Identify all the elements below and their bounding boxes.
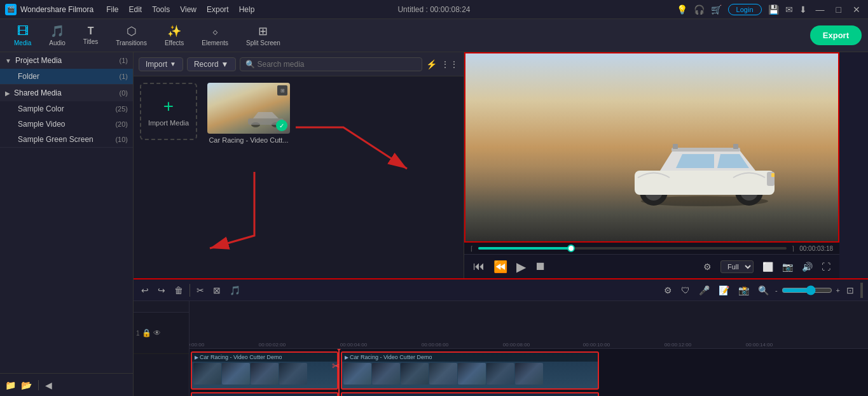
zoom-out-icon[interactable]: 🔍 [755,284,771,297]
bracket-left-icon: ⌈ [471,245,473,252]
snap-icon[interactable]: 📸 [736,284,752,297]
toolbar-elements[interactable]: ⬦ Elements [194,22,236,49]
folder-item[interactable]: Folder (1) [0,69,133,84]
eye-icon[interactable]: 👁 [153,329,161,337]
audio-clip-2[interactable] [341,392,599,396]
app-name: Wondershare Filmora [20,5,93,14]
sample-video-item[interactable]: Sample Video (20) [0,117,133,132]
login-button[interactable]: Login [728,4,762,15]
left-bottom-sep [38,380,39,390]
media-label: Media [14,39,31,46]
menu-view[interactable]: View [180,5,196,14]
ruler-mark-7: 00:00:14:00 [746,342,773,348]
step-back-button[interactable]: ⏪ [493,260,507,274]
search-input[interactable] [258,60,417,69]
shield-icon[interactable]: 🛡 [679,284,692,297]
grid-icon[interactable]: ⋮⋮ [441,59,458,69]
play-button[interactable]: ▶ [516,259,526,274]
media-panel: Import ▼ Record ▼ 🔍 ⚡ ⋮⋮ [134,52,464,278]
toolbar-splitscreen[interactable]: ⊞ Split Screen [238,22,288,49]
clip1-title: Car Racing - Video Cutter Demo [200,354,282,360]
audio1-waveform [192,393,337,396]
mail-icon[interactable]: ✉ [785,4,793,15]
left-bottom-toolbar: 📁 📂 ◀ [0,373,133,396]
effects-label: Effects [165,39,184,46]
project-media-header[interactable]: ▼ Project Media (1) [0,52,133,69]
media-thumb: ⊞ ✓ [207,83,290,134]
clip1-frame-3 [251,363,279,385]
preview-section: ⌈ ⌉ 00:00:03:18 ⏮ ⏪ ▶ ⏹ [464,52,839,278]
project-media-title: Project Media [15,56,120,65]
progress-track[interactable] [478,247,787,250]
collapse-icon[interactable]: ◀ [45,380,52,390]
sample-color-item[interactable]: Sample Color (25) [0,101,133,117]
export-button[interactable]: Export [810,25,862,45]
add-folder-icon[interactable]: 📁 [5,380,16,390]
undo-button[interactable]: ↩ [139,284,151,297]
shared-media-header[interactable]: ▶ Shared Media (0) [0,85,133,101]
stop-button[interactable]: ⏹ [535,260,546,273]
playhead[interactable]: ✂ [338,349,340,396]
media-item-car-racing[interactable]: ⊞ ✓ Car Racing - Video Cutt... [207,83,290,144]
clip2-frame-2 [372,363,400,385]
lock-icon[interactable]: 🔒 [142,329,151,337]
zoom-slider-minus: - [775,286,778,294]
delete-button[interactable]: 🗑 [172,284,186,297]
maximize-button[interactable]: □ [834,4,844,15]
audio-detach-button[interactable]: 🎵 [227,284,243,297]
filter-icon[interactable]: ⚡ [426,59,437,69]
menu-tools[interactable]: Tools [152,5,170,14]
display-size-icon[interactable]: ⬜ [762,262,773,272]
text-icon[interactable]: 📝 [716,284,732,297]
fullscreen-icon[interactable]: ⛶ [822,262,830,272]
close-button[interactable]: ✕ [850,4,863,15]
left-panel: ▼ Project Media (1) Folder (1) ▶ Shared … [0,52,134,396]
folder-open-icon[interactable]: 📂 [21,380,32,390]
lightbulb-icon[interactable]: 💡 [677,4,687,15]
zoom-select[interactable]: Full [720,260,754,273]
import-media-placeholder[interactable]: + Import Media [140,83,197,140]
preview-bg [465,53,838,241]
sample-green-screen-item[interactable]: Sample Green Screen (10) [0,132,133,147]
snapshot-icon[interactable]: 📷 [782,262,793,272]
clip1-frame-2 [222,363,250,385]
redo-button[interactable]: ↪ [155,284,168,297]
video-clip-1[interactable]: ▶ Car Racing - Video Cutter Demo [191,351,338,390]
toolbar-titles[interactable]: T Titles [76,23,106,48]
clip1-frame-1 [193,363,221,385]
settings-icon[interactable]: ⚙ [703,262,712,272]
cart-icon[interactable]: 🛒 [711,4,722,15]
audio-clip-1[interactable] [191,392,338,396]
settings2-icon[interactable]: ⚙ [661,284,675,297]
download-icon[interactable]: ⬇ [799,4,807,15]
menu-export[interactable]: Export [207,5,229,14]
menu-help[interactable]: Help [239,5,255,14]
progress-thumb[interactable] [567,244,575,252]
zoom-fit-icon[interactable]: ⊡ [844,284,857,297]
bracket-right-icon: ⌉ [792,245,794,252]
menu-file[interactable]: File [106,5,118,14]
clip2-header: ▶ Car Racing - Video Cutter Demo [342,353,598,362]
volume-icon[interactable]: 🔊 [802,262,813,272]
import-button[interactable]: Import ▼ [139,57,183,71]
record-button[interactable]: Record ▼ [187,57,236,71]
crop-button[interactable]: ⊠ [210,284,223,297]
skip-back-button[interactable]: ⏮ [473,260,485,273]
video-clip-2[interactable]: ▶ Car Racing - Video Cutter Demo [341,351,599,390]
ruler-mark-0: 00:00:00:00 [189,342,204,348]
mic-icon[interactable]: 🎤 [696,284,712,297]
clip2-frame-1 [343,363,371,385]
timeline-toolbar-sep [189,284,190,297]
track-headers: 1 🔒 👁 [134,301,189,396]
toolbar-effects[interactable]: ✨ Effects [157,22,191,49]
toolbar-transitions[interactable]: ⬡ Transitions [108,22,155,49]
menu-edit[interactable]: Edit [129,5,142,14]
cut-button[interactable]: ✂ [194,284,207,297]
headphone-icon[interactable]: 🎧 [694,4,705,15]
toolbar-audio[interactable]: 🎵 Audio [41,22,73,49]
zoom-slider[interactable] [782,285,832,295]
save-icon[interactable]: 💾 [768,4,779,15]
toolbar-media[interactable]: 🎞 Media [6,22,39,49]
minimize-button[interactable]: — [813,4,827,15]
timeline-toolbar-right-handle [860,283,863,298]
